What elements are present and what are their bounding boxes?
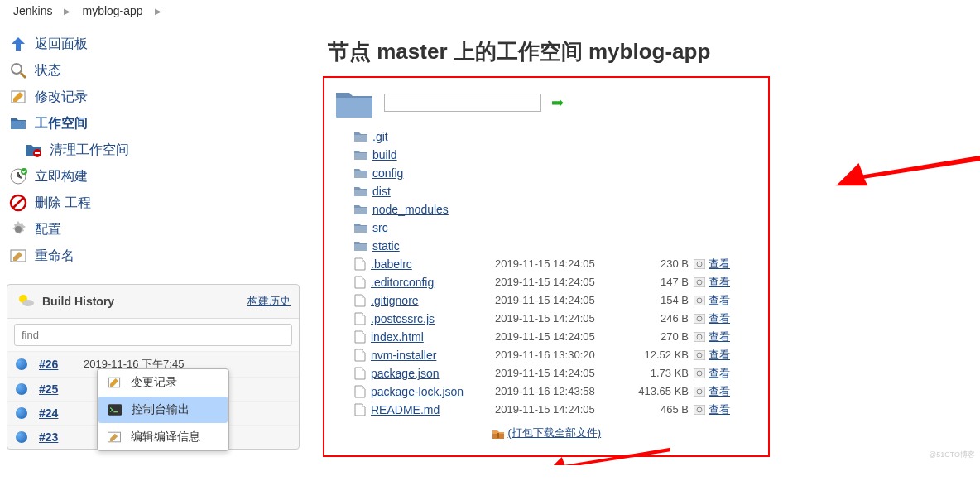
view-link[interactable]: 查看 bbox=[709, 310, 730, 328]
file-link[interactable]: .gitignore bbox=[371, 291, 419, 310]
file-date: 2019-11-15 14:24:05 bbox=[495, 310, 627, 328]
ctx-label: 编辑编译信息 bbox=[131, 430, 200, 445]
file-link[interactable]: package-lock.json bbox=[371, 382, 464, 401]
file-row: nvm-installer2019-11-16 13:30:2012.52 KB… bbox=[354, 346, 758, 364]
ctx-label: 控制台输出 bbox=[132, 402, 190, 417]
file-row: .postcssrc.js2019-11-15 14:24:05246 B查看 bbox=[354, 310, 758, 328]
file-size: 270 B bbox=[627, 328, 694, 346]
chevron-right-icon: ▶ bbox=[150, 7, 166, 16]
build-number[interactable]: #25 bbox=[39, 382, 72, 396]
nav-build-now[interactable]: 立即构建 bbox=[7, 163, 300, 190]
folder-row: static bbox=[354, 237, 758, 255]
fingerprint-icon bbox=[694, 332, 705, 342]
view-link[interactable]: 查看 bbox=[709, 291, 730, 310]
nav-status[interactable]: 状态 bbox=[7, 57, 300, 84]
panel-title: Build History bbox=[42, 295, 114, 308]
page-heading: 节点 master 上的工作空间 myblog-app bbox=[328, 37, 963, 66]
ctx-console[interactable]: 控制台输出 bbox=[98, 397, 228, 423]
folder-row: config bbox=[354, 164, 758, 182]
view-link[interactable]: 查看 bbox=[709, 255, 730, 273]
file-icon bbox=[354, 367, 366, 380]
file-link[interactable]: .babelrc bbox=[371, 255, 412, 273]
build-number[interactable]: #24 bbox=[39, 406, 72, 420]
file-date: 2019-11-15 14:24:05 bbox=[495, 364, 627, 382]
view-link[interactable]: 查看 bbox=[709, 401, 730, 419]
trend-link[interactable]: 构建历史 bbox=[247, 294, 291, 309]
file-link[interactable]: index.html bbox=[371, 328, 424, 346]
view-link[interactable]: 查看 bbox=[709, 273, 730, 291]
file-date: 2019-11-16 13:30:20 bbox=[495, 346, 627, 364]
main-content: 节点 master 上的工作空间 myblog-app ➡ .gitbuildc… bbox=[306, 22, 980, 465]
folder-icon bbox=[354, 185, 368, 197]
fingerprint-icon bbox=[694, 296, 705, 305]
folder-row: build bbox=[354, 146, 758, 164]
folder-row: .git bbox=[354, 127, 758, 146]
folder-icon bbox=[354, 204, 368, 215]
file-link[interactable]: README.md bbox=[371, 401, 440, 419]
sidebar: 返回面板 状态 修改记录 工作空间 清理工作空间 立即构建 删除 工程 配置 重… bbox=[0, 22, 306, 465]
folder-link[interactable]: .git bbox=[372, 127, 388, 146]
file-date: 2019-11-15 14:24:05 bbox=[495, 273, 627, 291]
file-link[interactable]: package.json bbox=[371, 364, 440, 382]
ctx-edit-info[interactable]: 编辑编译信息 bbox=[98, 424, 228, 450]
nav-rename[interactable]: 重命名 bbox=[7, 243, 300, 269]
status-ball-icon bbox=[16, 431, 27, 443]
file-icon bbox=[354, 385, 366, 398]
folder-link[interactable]: build bbox=[372, 146, 397, 164]
folder-icon bbox=[354, 149, 368, 161]
folder-icon bbox=[354, 240, 368, 252]
breadcrumb-project[interactable]: myblog-app bbox=[75, 2, 149, 19]
file-date: 2019-11-15 14:24:05 bbox=[495, 255, 627, 273]
nav-configure[interactable]: 配置 bbox=[7, 216, 300, 243]
file-link[interactable]: nvm-installer bbox=[371, 346, 436, 364]
file-size: 465 B bbox=[627, 401, 694, 419]
context-menu: 变更记录 控制台输出 编辑编译信息 bbox=[97, 368, 229, 451]
file-row: .babelrc2019-11-15 14:24:05230 B查看 bbox=[354, 255, 758, 273]
nav-workspace[interactable]: 工作空间 bbox=[7, 110, 300, 137]
folder-icon bbox=[354, 131, 368, 142]
folder-link[interactable]: src bbox=[372, 219, 388, 237]
file-date: 2019-11-16 12:43:58 bbox=[495, 382, 627, 401]
go-arrow-icon[interactable]: ➡ bbox=[551, 94, 564, 112]
view-link[interactable]: 查看 bbox=[709, 328, 730, 346]
build-number[interactable]: #23 bbox=[39, 430, 72, 444]
view-link[interactable]: 查看 bbox=[709, 346, 730, 364]
file-link[interactable]: .editorconfig bbox=[371, 273, 434, 291]
file-size: 147 B bbox=[627, 273, 694, 291]
folder-link[interactable]: node_modules bbox=[372, 200, 449, 219]
watermark: @51CTO博客 bbox=[929, 450, 975, 460]
red-arrow-icon bbox=[546, 436, 670, 465]
folder-link[interactable]: dist bbox=[372, 182, 391, 200]
chevron-right-icon: ▶ bbox=[59, 7, 75, 16]
folder-icon bbox=[354, 222, 368, 233]
folder-open-icon bbox=[334, 86, 374, 119]
build-search-input[interactable] bbox=[14, 324, 292, 346]
build-number[interactable]: #26 bbox=[39, 358, 72, 371]
view-link[interactable]: 查看 bbox=[709, 364, 730, 382]
view-link[interactable]: 查看 bbox=[709, 382, 730, 401]
zip-icon bbox=[492, 428, 505, 440]
nav-wipe-workspace[interactable]: 清理工作空间 bbox=[7, 137, 300, 163]
fingerprint-icon bbox=[694, 314, 705, 324]
file-date: 2019-11-15 14:24:05 bbox=[495, 328, 627, 346]
nav-delete[interactable]: 删除 工程 bbox=[7, 190, 300, 216]
nav-back[interactable]: 返回面板 bbox=[7, 31, 300, 57]
fingerprint-icon bbox=[694, 259, 705, 269]
nav-label: 立即构建 bbox=[35, 168, 88, 185]
nav-label: 删除 工程 bbox=[35, 195, 91, 212]
folder-link[interactable]: config bbox=[372, 164, 403, 182]
file-row: package-lock.json2019-11-16 12:43:58413.… bbox=[354, 382, 758, 401]
path-input[interactable] bbox=[384, 94, 541, 112]
status-ball-icon bbox=[16, 358, 27, 370]
nav-label: 配置 bbox=[35, 221, 61, 238]
nav-changes[interactable]: 修改记录 bbox=[7, 84, 300, 110]
file-icon bbox=[354, 312, 366, 325]
build-history-panel: Build History 构建历史 #262019-11-16 下午7:45 … bbox=[7, 284, 300, 450]
file-icon bbox=[354, 330, 366, 344]
file-size: 12.52 KB bbox=[627, 346, 694, 364]
rename-icon bbox=[106, 429, 122, 445]
file-row: .editorconfig2019-11-15 14:24:05147 B查看 bbox=[354, 273, 758, 291]
ctx-changes[interactable]: 变更记录 bbox=[98, 369, 228, 396]
file-link[interactable]: .postcssrc.js bbox=[371, 310, 435, 328]
folder-link[interactable]: static bbox=[372, 237, 400, 255]
